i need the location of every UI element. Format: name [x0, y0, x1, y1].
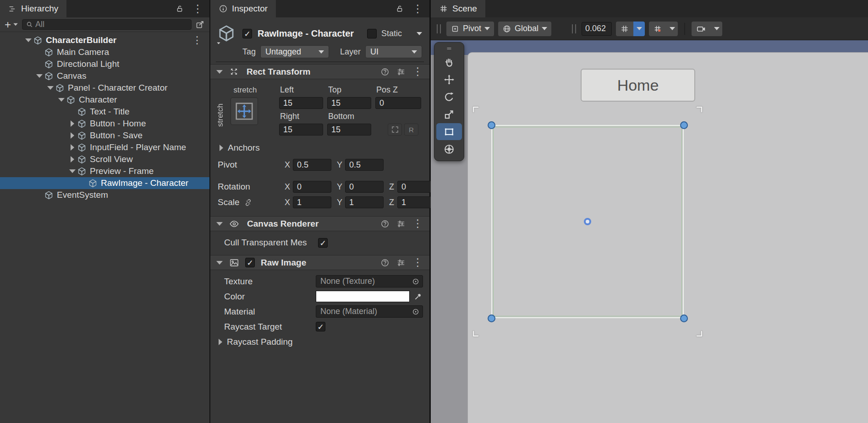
active-checkbox[interactable]: [242, 29, 252, 38]
pivot-dropdown[interactable]: Pivot: [446, 22, 494, 36]
unlink-icon[interactable]: [243, 198, 253, 207]
hierarchy-item-character[interactable]: Character: [0, 94, 209, 106]
pivot-y-field[interactable]: [345, 159, 384, 171]
foldout-open-icon[interactable]: [68, 167, 77, 176]
corner-handle-top-right[interactable]: [680, 121, 688, 129]
hierarchy-search[interactable]: All: [22, 19, 192, 30]
rect-tool-button[interactable]: [436, 123, 462, 140]
blueprint-mode-button[interactable]: [388, 124, 402, 136]
foldout-open-icon[interactable]: [215, 258, 224, 267]
presets-icon[interactable]: [396, 67, 406, 76]
hierarchy-item-button-home[interactable]: Button - Home: [0, 118, 209, 130]
grid-snapping-button[interactable]: [616, 22, 645, 36]
move-tool-button[interactable]: [436, 71, 462, 88]
scene-camera-button[interactable]: [692, 22, 722, 36]
posz-field[interactable]: [375, 97, 421, 109]
panel-menu-icon[interactable]: ⋮: [192, 4, 203, 14]
search-input[interactable]: [46, 20, 188, 29]
scale-tool-button[interactable]: [436, 106, 462, 123]
hierarchy-item-preview-frame[interactable]: Preview - Frame: [0, 165, 209, 177]
foldout-closed-icon[interactable]: [68, 143, 77, 152]
foldout-closed-icon[interactable]: [217, 143, 226, 152]
grid-snap-dropdown[interactable]: [633, 22, 645, 36]
rotation-z-field[interactable]: [397, 181, 436, 193]
rect-transform-header[interactable]: Rect Transform ⋮: [210, 64, 429, 79]
corner-handle-bottom-right[interactable]: [680, 315, 688, 322]
top-field[interactable]: [327, 97, 371, 109]
foldout-closed-icon[interactable]: [68, 119, 77, 128]
tag-dropdown[interactable]: Untagged: [260, 45, 329, 58]
hierarchy-item-directional-light[interactable]: Directional Light: [0, 58, 209, 70]
anchors-foldout[interactable]: Anchors: [210, 143, 423, 153]
foldout-open-icon[interactable]: [215, 219, 224, 228]
cull-transparent-mesh-checkbox[interactable]: [318, 238, 328, 248]
overlay-drag-handle[interactable]: [437, 24, 441, 33]
raw-image-header[interactable]: Raw Image ⋮: [210, 255, 429, 270]
rotation-x-field[interactable]: [293, 181, 331, 193]
snap-settings-dropdown[interactable]: [666, 22, 678, 36]
canvas-renderer-header[interactable]: Canvas Renderer ⋮: [210, 216, 429, 231]
eyedropper-icon[interactable]: [413, 292, 423, 301]
scene-options-icon[interactable]: ⋮: [192, 34, 202, 46]
overlay-drag-handle[interactable]: [572, 24, 576, 33]
static-dropdown-icon[interactable]: [417, 32, 422, 35]
foldout-open-icon[interactable]: [215, 67, 224, 76]
component-menu-icon[interactable]: ⋮: [412, 218, 423, 229]
open-window-icon[interactable]: [195, 20, 205, 29]
layer-dropdown[interactable]: UI: [365, 45, 422, 58]
hierarchy-item-rawimage-character[interactable]: RawImage - Character: [0, 177, 209, 189]
grid-size-input[interactable]: 0.062: [582, 22, 612, 36]
camera-settings-dropdown[interactable]: [711, 22, 722, 36]
object-picker-icon[interactable]: [411, 277, 420, 286]
foldout-closed-icon[interactable]: [216, 337, 225, 347]
bottom-field[interactable]: [327, 124, 371, 136]
create-object-button[interactable]: +: [5, 18, 18, 31]
tab-hierarchy[interactable]: Hierarchy: [0, 0, 66, 17]
scale-z-field[interactable]: [397, 196, 436, 208]
transform-tool-button[interactable]: [436, 141, 462, 157]
hierarchy-item-panel-character-creator[interactable]: Panel - Character Creator: [0, 82, 209, 94]
foldout-open-icon[interactable]: [57, 95, 66, 104]
hierarchy-item-characterbuilder[interactable]: CharacterBuilder ⋮: [0, 34, 209, 46]
hierarchy-item-inputfield-player-name[interactable]: InputField - Player Name: [0, 141, 209, 153]
presets-icon[interactable]: [396, 258, 406, 267]
pivot-handle[interactable]: [584, 218, 591, 225]
gameobject-big-icon[interactable]: [216, 24, 237, 43]
panel-menu-icon[interactable]: ⋮: [412, 4, 423, 14]
object-picker-icon[interactable]: [411, 307, 420, 316]
hierarchy-item-scroll-view[interactable]: Scroll View: [0, 153, 209, 165]
foldout-open-icon[interactable]: [35, 71, 44, 81]
raw-edit-mode-button[interactable]: R: [404, 124, 418, 136]
raycast-padding-foldout[interactable]: Raycast Padding: [210, 334, 423, 349]
global-dropdown[interactable]: Global: [498, 22, 551, 36]
color-swatch[interactable]: [316, 291, 410, 302]
hierarchy-item-button-save[interactable]: Button - Save: [0, 130, 209, 141]
right-field[interactable]: [279, 124, 323, 136]
scale-x-field[interactable]: [293, 196, 331, 208]
anchor-preset-button[interactable]: [231, 98, 258, 125]
component-menu-icon[interactable]: ⋮: [412, 257, 423, 268]
rotate-tool-button[interactable]: [436, 88, 462, 105]
help-icon[interactable]: [380, 258, 390, 267]
snap-increment-button[interactable]: [649, 22, 678, 36]
foldout-open-icon[interactable]: [24, 36, 33, 45]
static-checkbox[interactable]: [367, 29, 377, 38]
hierarchy-item-canvas[interactable]: Canvas: [0, 70, 209, 82]
pivot-x-field[interactable]: [293, 159, 331, 171]
component-enabled-checkbox[interactable]: [245, 258, 255, 267]
hierarchy-item-main-camera[interactable]: Main Camera: [0, 46, 209, 58]
unlock-icon[interactable]: [395, 4, 404, 13]
hierarchy-item-eventsystem[interactable]: EventSystem: [0, 189, 209, 201]
raycast-target-checkbox[interactable]: [316, 322, 325, 331]
foldout-open-icon[interactable]: [46, 83, 55, 92]
tab-scene[interactable]: Scene: [431, 0, 485, 17]
component-menu-icon[interactable]: ⋮: [412, 66, 423, 77]
hand-tool-button[interactable]: [436, 54, 462, 70]
texture-object-field[interactable]: None (Texture): [316, 275, 423, 287]
tab-inspector[interactable]: Inspector: [210, 0, 276, 17]
corner-handle-top-left[interactable]: [488, 121, 495, 129]
presets-icon[interactable]: [396, 219, 406, 228]
corner-handle-bottom-left[interactable]: [488, 315, 495, 322]
scene-viewport[interactable]: Home: [431, 40, 868, 423]
foldout-closed-icon[interactable]: [68, 155, 77, 164]
